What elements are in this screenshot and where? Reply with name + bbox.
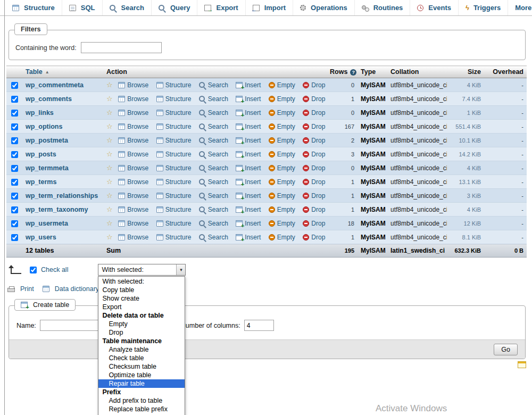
table-name-link[interactable]: wp_termmeta <box>26 164 69 172</box>
drop-link[interactable]: Drop <box>303 137 325 144</box>
structure-link[interactable]: Structure <box>156 95 192 103</box>
dropdown-option[interactable]: Show create <box>98 294 185 303</box>
browse-link[interactable]: Browse <box>118 95 148 103</box>
browse-link[interactable]: Browse <box>118 164 148 172</box>
insert-link[interactable]: Insert <box>236 178 261 186</box>
tab-query[interactable]: Query <box>152 0 198 15</box>
table-name-link[interactable]: wp_commentmeta <box>26 81 84 89</box>
dropdown-option[interactable]: Checksum table <box>98 362 185 371</box>
table-name-link[interactable]: wp_postmeta <box>26 137 68 144</box>
insert-link[interactable]: Insert <box>236 220 261 227</box>
favorite-star-icon[interactable] <box>106 81 113 89</box>
favorite-star-icon[interactable] <box>106 233 113 241</box>
insert-link[interactable]: Insert <box>236 137 261 144</box>
table-name-link[interactable]: wp_term_taxonomy <box>26 206 88 213</box>
search-link[interactable]: Search <box>199 109 228 117</box>
browse-link[interactable]: Browse <box>118 109 148 117</box>
dropdown-option[interactable]: Export <box>98 303 185 311</box>
browse-link[interactable]: Browse <box>118 151 148 158</box>
browse-link[interactable]: Browse <box>118 192 148 200</box>
row-checkbox[interactable] <box>11 179 18 186</box>
empty-link[interactable]: Empty <box>269 95 295 103</box>
row-checkbox[interactable] <box>11 193 18 200</box>
insert-link[interactable]: Insert <box>236 109 261 117</box>
search-link[interactable]: Search <box>199 220 228 227</box>
table-name-link[interactable]: wp_users <box>26 234 56 241</box>
drop-link[interactable]: Drop <box>303 234 325 241</box>
favorite-star-icon[interactable] <box>106 178 113 186</box>
search-link[interactable]: Search <box>199 137 228 144</box>
drop-link[interactable]: Drop <box>303 109 325 117</box>
console-page-icon[interactable] <box>518 361 526 368</box>
favorite-star-icon[interactable] <box>106 205 113 213</box>
tab-search[interactable]: Search <box>103 0 152 15</box>
structure-link[interactable]: Structure <box>156 164 192 172</box>
structure-link[interactable]: Structure <box>156 137 192 144</box>
table-name-link[interactable]: wp_links <box>26 109 54 117</box>
number-of-columns-input[interactable] <box>244 320 274 331</box>
drop-link[interactable]: Drop <box>303 81 325 89</box>
sort-by-table-link[interactable]: Table <box>26 68 43 76</box>
browse-link[interactable]: Browse <box>118 123 148 130</box>
search-link[interactable]: Search <box>199 234 228 241</box>
data-dictionary-link[interactable]: Data dictionary <box>55 285 99 293</box>
tab-sql[interactable]: SQL <box>62 0 103 15</box>
favorite-star-icon[interactable] <box>106 95 113 103</box>
row-checkbox[interactable] <box>11 96 18 103</box>
tab-import[interactable]: Import <box>246 0 293 15</box>
favorite-star-icon[interactable] <box>106 219 113 227</box>
search-link[interactable]: Search <box>199 206 228 213</box>
empty-link[interactable]: Empty <box>269 123 295 130</box>
browse-link[interactable]: Browse <box>118 234 148 241</box>
containing-word-input[interactable] <box>81 42 162 53</box>
empty-link[interactable]: Empty <box>269 164 295 172</box>
empty-link[interactable]: Empty <box>269 178 295 186</box>
check-all-checkbox[interactable] <box>30 267 37 273</box>
table-name-link[interactable]: wp_comments <box>26 95 72 103</box>
empty-link[interactable]: Empty <box>269 206 295 213</box>
empty-link[interactable]: Empty <box>269 220 295 227</box>
row-checkbox[interactable] <box>11 123 18 130</box>
search-link[interactable]: Search <box>199 192 228 200</box>
dropdown-option[interactable]: Replace table prefix <box>98 405 185 413</box>
insert-link[interactable]: Insert <box>236 95 261 103</box>
insert-link[interactable]: Insert <box>236 206 261 213</box>
row-checkbox[interactable] <box>11 206 18 213</box>
dropdown-option[interactable]: Analyze table <box>98 345 185 354</box>
table-name-link[interactable]: wp_posts <box>26 151 56 158</box>
insert-link[interactable]: Insert <box>236 81 261 89</box>
insert-link[interactable]: Insert <box>236 151 261 158</box>
drop-link[interactable]: Drop <box>303 178 325 186</box>
favorite-star-icon[interactable] <box>106 136 113 144</box>
dropdown-option[interactable]: Drop <box>98 328 185 337</box>
favorite-star-icon[interactable] <box>106 164 113 172</box>
browse-link[interactable]: Browse <box>118 206 148 213</box>
dropdown-option[interactable]: Optimize table <box>98 371 185 379</box>
structure-link[interactable]: Structure <box>156 151 192 158</box>
row-checkbox[interactable] <box>11 220 18 227</box>
structure-link[interactable]: Structure <box>156 220 192 227</box>
dropdown-option[interactable]: Add prefix to table <box>98 396 185 405</box>
row-checkbox[interactable] <box>11 137 18 144</box>
empty-link[interactable]: Empty <box>269 137 295 144</box>
dropdown-option[interactable]: Empty <box>98 320 185 328</box>
drop-link[interactable]: Drop <box>303 164 325 172</box>
structure-link[interactable]: Structure <box>156 123 192 130</box>
row-checkbox[interactable] <box>11 151 18 158</box>
empty-link[interactable]: Empty <box>269 81 295 89</box>
row-checkbox[interactable] <box>11 110 18 117</box>
structure-link[interactable]: Structure <box>156 206 192 213</box>
table-name-link[interactable]: wp_usermeta <box>26 220 68 227</box>
dropdown-option[interactable]: Copy table <box>98 286 185 294</box>
structure-link[interactable]: Structure <box>156 81 192 89</box>
tab-triggers[interactable]: ϟTriggers <box>459 0 508 15</box>
browse-link[interactable]: Browse <box>118 81 148 89</box>
tab-export[interactable]: Export <box>197 0 245 15</box>
drop-link[interactable]: Drop <box>303 220 325 227</box>
favorite-star-icon[interactable] <box>106 192 113 200</box>
go-button[interactable]: Go <box>494 344 518 355</box>
check-all-label[interactable]: Check all <box>41 266 68 273</box>
favorite-star-icon[interactable] <box>106 150 113 158</box>
search-link[interactable]: Search <box>199 95 228 103</box>
insert-link[interactable]: Insert <box>236 123 261 130</box>
